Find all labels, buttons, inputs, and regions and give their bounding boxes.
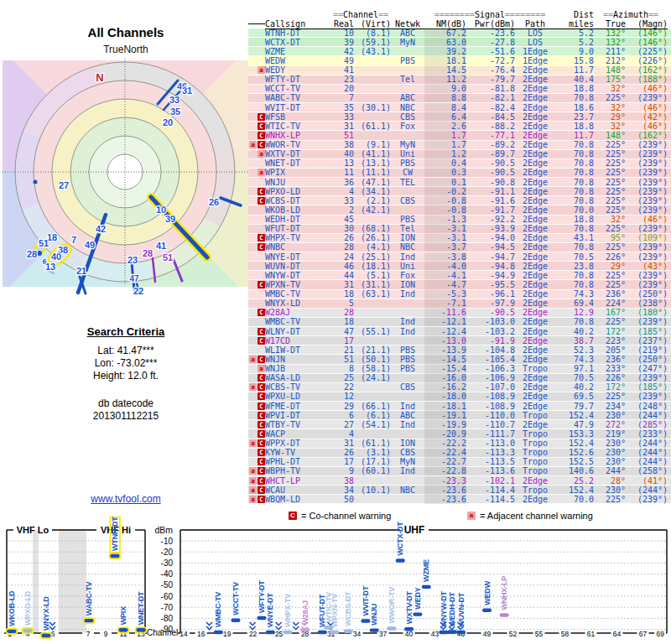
cell-pw: -114.5 [466,495,515,504]
cell-tr: 230° [594,411,626,420]
cell-tr: 29° [594,112,626,122]
cell-mg: (46°) [626,84,668,93]
cell-tr: 236° [594,289,626,299]
cell-nm: -19.9 [424,420,466,429]
cell-re: 31 [330,280,354,289]
cell-pa: 2Edge [515,327,555,336]
cell-mi: 18.6 [555,103,594,112]
co-channel-warning-badge: C [257,402,265,410]
cell-cs: WNHX-LP [265,131,330,140]
cell-nm: 9.0 [424,84,466,93]
warning-badges: C [248,374,265,382]
station-marker [231,619,240,622]
table-row: CWPVI-DT6(6.1)ABC-19.1-110.0Tropo152.423… [248,411,671,420]
cell-mi: 40.4 [555,75,594,84]
table-row: CKYW-TV26(3.1)CBS-22.4-113.3Tropo152.623… [248,449,671,458]
channel-group-header: ==Channel== [330,10,391,19]
co-channel-warning-badge: C [257,122,265,130]
warning-badges: aC [248,486,265,494]
tvfool-link[interactable]: www.tvfool.com [91,493,160,505]
spectrum-chart: -10-20-30-40-50-60-70-80-90dBmChannelVHF… [0,507,671,644]
cell-vi: (42.1) [354,205,391,215]
cell-pa: 2Edge [515,262,555,271]
station-marker [318,631,327,634]
station: WNYW-DT [439,590,448,634]
table-row: CWTBY-TV27(54.1)Ind-19.9-110.72Edge47.92… [248,420,671,429]
cell-pw: -114.4 [466,486,515,495]
adjacent-warning-badge: a [249,477,257,485]
co-channel-warning-badge: C [257,188,265,195]
cell-mg: (46°) [626,215,668,224]
warning-badges: C [248,197,265,205]
cell-nm: -13.9 [424,345,466,355]
adjacent-warning-badge: a [249,356,257,363]
cell-tr: 225° [594,158,626,168]
table-row: WFTY-DT23Tel11.2-79.72Edge40.4175°(188°) [248,75,671,85]
cell-re: 41 [330,65,354,75]
cell-re: 31 [330,439,354,448]
station: WKOB-LD [7,590,18,634]
cell-vi: (2.1) [354,196,391,205]
table-row: aCWWOR-TV38(9.1)MyN1.7-89.22Edge70.8225°… [248,141,671,150]
cell-re: 12 [330,392,354,401]
cell-pa: 2Edge [515,158,555,168]
warning-badges: aC [248,383,265,391]
cell-tr: 226° [594,373,626,382]
cell-mi: 40.2 [555,382,594,392]
cell-tr: 223° [594,336,626,345]
dbm-tick-label: -10 [161,537,174,546]
station-marker [8,630,17,633]
cell-nm: -3.8 [424,252,466,262]
cell-cs: WTNH-DT [265,29,330,38]
station-marker [482,609,492,612]
cell-cs: WHCT-LP [265,476,330,486]
cell-ne: CBS [391,448,424,457]
station: WNYE-DT [266,593,275,634]
co-channel-warning-badge: C [257,309,265,316]
station-label-group: WNYE-DT [266,593,274,627]
cell-cs: WFUT-DT [265,224,330,233]
station-marker [370,628,379,631]
cell-pa: Tropo [515,429,555,439]
station-label: WPXN-TV [330,594,339,627]
cell-nm: -23.6 [424,486,466,495]
cell-re: 40 [330,149,354,158]
unused-spectrum-band [59,531,86,633]
cell-nm: -7.1 [424,299,466,308]
station-label: WWOR-TV [388,587,396,624]
cell-vi: (24.1) [354,373,391,382]
dbm-tick-label: -50 [161,580,174,589]
co-channel-warning-badge: C [257,374,265,382]
cell-tr: 236° [594,355,626,364]
warning-badges: C [248,402,265,410]
cell-vi: (66.1) [354,402,391,411]
channel-label: 42 [96,224,106,234]
table-row: aWXTV-DT40(41.1)Uni1.2-89.72Edge70.8225°… [248,150,671,159]
channel-label: 39 [165,214,175,224]
cell-ne: PBS [391,158,424,168]
channel-tick-label: 69 [656,630,664,638]
cell-pw: -108.9 [466,402,515,411]
cell-re: 8 [330,364,354,373]
station-label: WXTV-DT [405,590,414,624]
cell-pa: 2Edge [515,84,555,93]
page-title: All Channels [0,25,252,39]
cell-re: 7 [330,93,354,102]
cell-pw: -51.6 [466,47,515,56]
dbm-tick-label: -40 [161,569,174,579]
cell-tr: 225° [594,242,626,252]
cell-re: 11 [330,168,354,177]
cell-nm: 67.2 [424,29,466,38]
cell-vi: (18.1) [354,262,391,271]
station-label: WNET-DT [137,591,145,625]
cell-tr: 225° [594,149,626,158]
cell-pw: -102.1 [466,476,515,486]
cell-cs: WBPH-TV [265,466,330,475]
cell-pa: 2Edge [515,122,555,131]
station-label-group: WWOR-TV [388,587,396,624]
cell-nm: -4.0 [424,262,466,271]
cell-re: 22 [330,382,354,392]
cell-cs: WNBC [265,242,330,252]
cell-cs: WXTV-DT [265,149,330,158]
cell-vi: (68.1) [354,224,391,233]
